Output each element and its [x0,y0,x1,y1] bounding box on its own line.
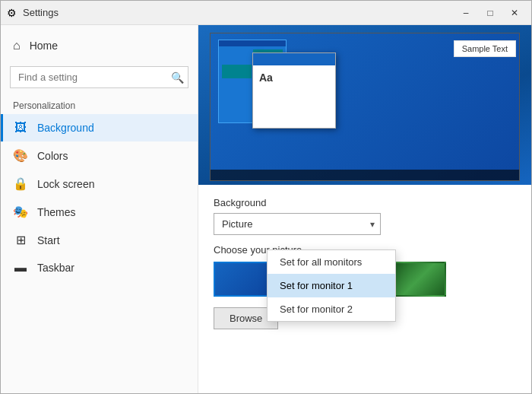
dropdown-row: Picture ▾ Set for all monitors Set for m… [214,213,516,235]
lock-screen-icon: 🔒 [13,176,28,191]
window-controls: – □ ✕ [455,5,525,21]
background-label: Background [37,122,94,134]
title-bar: ⚙ Settings – □ ✕ [1,1,531,25]
settings-body: Background Picture ▾ Set for all monitor… [198,185,531,351]
colors-icon: 🎨 [13,148,28,163]
sidebar-item-taskbar[interactable]: ▬ Taskbar [1,254,198,281]
context-menu-item-monitor-2[interactable]: Set for monitor 2 [268,297,395,321]
main-layout: ⌂ Home 🔍 Personalization 🖼 Background 🎨 … [1,25,531,393]
dropdown-wrapper: Picture ▾ [214,213,381,235]
preview-area: Aa Sample Text [198,25,531,185]
context-menu-item-all-monitors[interactable]: Set for all monitors [268,250,395,274]
maximize-button[interactable]: □ [480,5,501,21]
preview-taskbar [211,170,519,180]
colors-label: Colors [37,150,68,162]
background-setting-label: Background [214,197,516,208]
sidebar-item-colors[interactable]: 🎨 Colors [1,141,198,170]
taskbar-icon: ▬ [13,261,28,275]
start-label: Start [37,234,60,246]
start-icon: ⊞ [13,233,28,247]
section-label: Personalization [1,94,198,114]
close-button[interactable]: ✕ [504,5,525,21]
settings-window-icon: ⚙ [7,7,17,19]
taskbar-label: Taskbar [37,262,74,274]
preview-window2-titlebar [253,53,335,65]
thumbnail-forest[interactable] [391,262,446,297]
background-icon: 🖼 [13,121,28,135]
title-bar-left: ⚙ Settings [7,7,59,19]
context-menu: Set for all monitors Set for monitor 1 S… [267,249,396,322]
search-button[interactable]: 🔍 [171,71,184,84]
sidebar-item-lock-screen[interactable]: 🔒 Lock screen [1,170,198,198]
sample-text: Sample Text [462,44,508,53]
sidebar: ⌂ Home 🔍 Personalization 🖼 Background 🎨 … [1,25,198,393]
sidebar-item-home[interactable]: ⌂ Home [1,31,198,60]
preview-window2-label: Aa [253,65,335,90]
themes-icon: 🎭 [13,205,28,219]
tile-5 [222,80,252,94]
themes-label: Themes [37,206,76,218]
sidebar-item-background[interactable]: 🖼 Background [1,114,198,141]
tile-1 [222,49,252,63]
search-box: 🔍 [10,66,188,88]
window-title: Settings [23,7,59,18]
home-label: Home [30,40,58,52]
background-dropdown[interactable]: Picture [214,213,381,235]
home-icon: ⌂ [13,39,21,52]
preview-window-2: Aa [252,52,336,129]
sample-text-box: Sample Text [454,40,516,57]
sidebar-item-themes[interactable]: 🎭 Themes [1,198,198,226]
search-input[interactable] [10,66,188,88]
tile-3 [222,65,252,78]
sidebar-item-start[interactable]: ⊞ Start [1,226,198,254]
background-row: Background Picture ▾ Set for all monitor… [214,197,516,235]
context-menu-item-monitor-1[interactable]: Set for monitor 1 [268,274,395,297]
thumbnail-blue[interactable] [214,262,268,297]
minimize-button[interactable]: – [455,5,477,21]
lock-screen-label: Lock screen [37,178,94,190]
settings-window: ⚙ Settings – □ ✕ ⌂ Home 🔍 Personalizatio… [0,0,532,394]
preview-window1-top [219,40,286,46]
main-content: Aa Sample Text Background [198,25,531,393]
